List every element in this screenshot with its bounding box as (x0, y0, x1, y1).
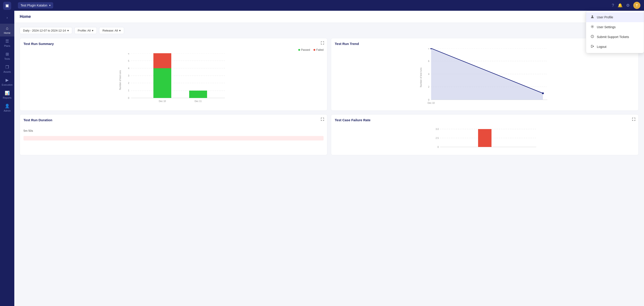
user-profile-label: User Profile (597, 16, 613, 19)
profile-filter[interactable]: Profile: All ▾ (74, 27, 97, 34)
project-selector[interactable]: Test Plugin Katalon ▾ (18, 2, 53, 8)
sidebar-item-execution-label: Execution (2, 84, 12, 86)
dropdown-logout[interactable]: Logout (586, 42, 644, 52)
topbar: Test Plugin Katalon ▾ ? 🔔 ⚙ T (14, 0, 644, 11)
sidebar-item-home[interactable]: ⌂ Home (0, 24, 14, 36)
svg-text:0: 0 (438, 146, 439, 148)
svg-text:Dec 10: Dec 10 (428, 102, 435, 104)
dashboard-grid: Test Run Summary Passed Failed Number (20, 38, 639, 155)
sidebar-item-tests[interactable]: ⊞ Tests (0, 50, 14, 62)
assets-icon: ❒ (5, 65, 9, 70)
chevron-down-icon: ▾ (67, 29, 69, 32)
summary-legend: Passed Failed (24, 48, 324, 52)
notification-icon[interactable]: 🔔 (618, 3, 622, 8)
svg-text:6: 6 (128, 53, 129, 55)
help-icon[interactable]: ? (612, 3, 614, 8)
summary-expand-btn[interactable] (321, 42, 324, 45)
failure-rate-expand-btn[interactable] (632, 118, 635, 122)
trend-chart: Number of test runs 0 2 4 6 (335, 48, 635, 106)
release-filter[interactable]: Release: All ▾ (99, 27, 124, 34)
page-header: Home (14, 11, 644, 23)
admin-icon: 👤 (5, 104, 10, 108)
failure-rate-title: Test Case Failure Rate (335, 118, 635, 122)
dropdown-support[interactable]: Submit Support Tickets (586, 32, 644, 42)
sidebar-item-assets[interactable]: ❒ Assets (0, 62, 14, 76)
avatar[interactable]: T (633, 2, 640, 9)
svg-text:3.0: 3.0 (436, 128, 439, 130)
page-title: Home (20, 14, 31, 19)
sidebar-item-reports[interactable]: 📊 Reports (0, 88, 14, 101)
svg-rect-18 (154, 53, 171, 68)
svg-text:0: 0 (128, 97, 129, 99)
filters-row: Daily - 2024-12-07 to 2024-12-14 ▾ Profi… (20, 26, 639, 34)
svg-point-46 (592, 26, 593, 27)
svg-text:4: 4 (428, 73, 429, 76)
dropdown-user-settings[interactable]: User Settings (586, 22, 644, 32)
user-settings-label: User Settings (597, 25, 616, 29)
logout-icon (590, 44, 594, 49)
svg-text:5: 5 (128, 60, 129, 62)
tests-icon: ⊞ (6, 52, 9, 56)
sidebar-expand-btn[interactable]: › (0, 14, 14, 22)
plans-icon: ☰ (5, 39, 9, 44)
sidebar-item-admin-label: Admin (4, 110, 10, 112)
duration-value: 5m 50s (24, 129, 33, 132)
svg-point-36 (542, 92, 544, 94)
svg-text:3: 3 (128, 74, 129, 77)
svg-text:8: 8 (428, 48, 429, 50)
user-dropdown-menu: User Profile User Settings Submit Suppor… (586, 11, 644, 53)
svg-text:0: 0 (428, 99, 429, 101)
project-name: Test Plugin Katalon (20, 4, 48, 7)
sidebar-item-tests-label: Tests (4, 58, 10, 60)
user-profile-icon (590, 15, 594, 20)
chevron-down-icon: ▾ (49, 4, 50, 7)
svg-text:Dec 10: Dec 10 (159, 100, 166, 102)
chevron-down-icon: ▾ (119, 29, 121, 32)
summary-card-title: Test Run Summary (24, 42, 324, 46)
logout-label: Logout (597, 45, 606, 48)
sidebar-item-plans[interactable]: ☰ Plans (0, 36, 14, 50)
svg-rect-17 (154, 68, 171, 98)
sidebar-item-reports-label: Reports (3, 96, 12, 99)
test-run-summary-card: Test Run Summary Passed Failed Number (20, 38, 327, 111)
duration-bar (24, 136, 324, 140)
chevron-down-icon: ▾ (92, 29, 94, 32)
date-range-filter[interactable]: Daily - 2024-12-07 to 2024-12-14 ▾ (20, 27, 72, 34)
svg-text:2: 2 (428, 86, 429, 88)
release-label: Release: All (102, 29, 118, 32)
duration-expand-btn[interactable] (321, 118, 324, 122)
svg-rect-44 (478, 129, 492, 147)
support-label: Submit Support Tickets (597, 35, 629, 39)
home-icon: ⌂ (6, 26, 8, 31)
sidebar-item-plans-label: Plans (4, 44, 10, 47)
svg-text:2: 2 (128, 82, 129, 84)
sidebar: › ⌂ Home ☰ Plans ⊞ Tests ❒ Assets ▶ Exec… (0, 0, 14, 306)
svg-text:6: 6 (428, 60, 429, 62)
dropdown-user-profile[interactable]: User Profile (586, 12, 644, 22)
date-range-label: Daily - 2024-12-07 to 2024-12-14 (23, 29, 66, 32)
user-settings-icon (590, 25, 594, 29)
bar-chart: Number of test runs 0 1 (24, 53, 324, 107)
sidebar-item-admin[interactable]: 👤 Admin (0, 101, 14, 114)
topbar-icons: ? 🔔 ⚙ T (612, 2, 640, 9)
support-icon (590, 35, 594, 39)
execution-icon: ▶ (6, 78, 9, 82)
settings-icon[interactable]: ⚙ (626, 3, 630, 8)
sidebar-item-assets-label: Assets (3, 70, 11, 73)
test-run-duration-card: Test Run Duration 5m 50s (20, 114, 327, 155)
reports-icon: 📊 (5, 90, 10, 96)
svg-text:1: 1 (128, 89, 129, 92)
profile-label: Profile: All (78, 29, 91, 32)
failed-label: Failed (316, 48, 324, 52)
svg-rect-1 (6, 5, 8, 7)
svg-text:2.5: 2.5 (436, 137, 439, 139)
content-area: Daily - 2024-12-07 to 2024-12-14 ▾ Profi… (14, 23, 644, 306)
failure-rate-chart: 0 2.5 3.0 (335, 124, 635, 152)
svg-text:4: 4 (128, 67, 129, 70)
svg-text:Dec 11: Dec 11 (194, 100, 202, 102)
app-logo (3, 2, 11, 10)
duration-card-title: Test Run Duration (24, 118, 324, 122)
svg-point-45 (592, 16, 593, 17)
sidebar-item-execution[interactable]: ▶ Execution (0, 76, 14, 88)
passed-label: Passed (301, 48, 310, 52)
